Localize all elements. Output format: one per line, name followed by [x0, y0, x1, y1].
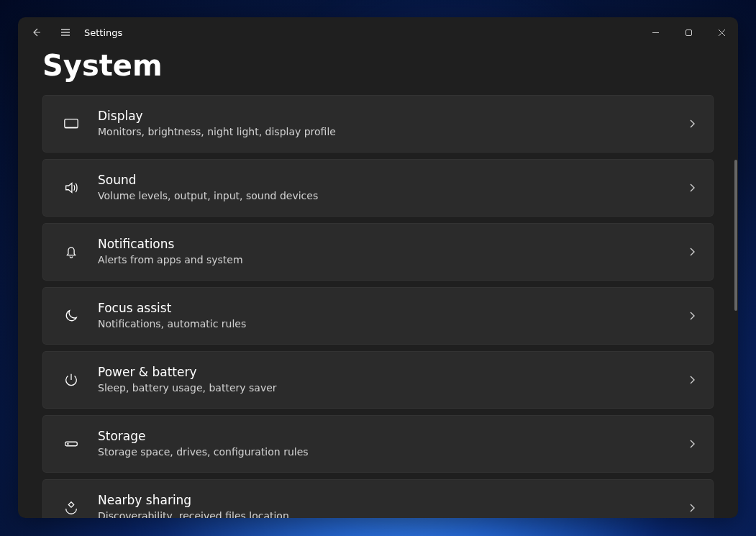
chevron-right-icon: [687, 119, 697, 129]
settings-item-focus-assist[interactable]: Focus assist Notifications, automatic ru…: [42, 287, 714, 345]
app-title: Settings: [84, 27, 122, 38]
page-header: System: [18, 47, 738, 95]
settings-item-title: Notifications: [98, 237, 687, 252]
settings-item-subtitle: Notifications, automatic rules: [98, 317, 687, 331]
settings-item-subtitle: Monitors, brightness, night light, displ…: [98, 125, 687, 139]
scrollbar-thumb[interactable]: [734, 160, 737, 311]
settings-item-display[interactable]: Display Monitors, brightness, night ligh…: [42, 95, 714, 153]
chevron-right-icon: [687, 311, 697, 321]
display-icon: [59, 116, 83, 132]
chevron-right-icon: [687, 375, 697, 385]
settings-item-notifications[interactable]: Notifications Alerts from apps and syste…: [42, 223, 714, 281]
settings-item-subtitle: Alerts from apps and system: [98, 253, 687, 267]
settings-item-subtitle: Volume levels, output, input, sound devi…: [98, 189, 687, 203]
bell-icon: [59, 244, 83, 260]
chevron-right-icon: [687, 503, 697, 513]
settings-item-title: Nearby sharing: [98, 493, 687, 508]
svg-rect-0: [686, 29, 691, 35]
settings-item-title: Sound: [98, 173, 687, 188]
chevron-right-icon: [687, 247, 697, 257]
svg-point-3: [68, 443, 68, 444]
minimize-button[interactable]: [639, 21, 672, 44]
settings-item-title: Power & battery: [98, 365, 687, 380]
power-icon: [59, 372, 83, 388]
settings-window: Settings System Display Monitor: [18, 17, 738, 518]
close-button[interactable]: [705, 21, 738, 44]
settings-item-subtitle: Discoverability, received files location: [98, 509, 687, 518]
settings-item-title: Focus assist: [98, 301, 687, 316]
chevron-right-icon: [687, 183, 697, 193]
svg-rect-2: [65, 442, 78, 446]
nav-menu-button[interactable]: [51, 18, 80, 47]
settings-item-nearby-sharing[interactable]: Nearby sharing Discoverability, received…: [42, 479, 714, 518]
sound-icon: [59, 180, 83, 196]
settings-item-subtitle: Storage space, drives, configuration rul…: [98, 445, 687, 459]
moon-icon: [59, 308, 83, 324]
settings-list: Display Monitors, brightness, night ligh…: [18, 95, 738, 518]
settings-item-subtitle: Sleep, battery usage, battery saver: [98, 381, 687, 395]
settings-item-storage[interactable]: Storage Storage space, drives, configura…: [42, 415, 714, 473]
chevron-right-icon: [687, 439, 697, 449]
settings-item-sound[interactable]: Sound Volume levels, output, input, soun…: [42, 159, 714, 217]
page-title: System: [42, 49, 714, 82]
svg-rect-1: [65, 119, 78, 128]
nearby-icon: [59, 500, 83, 516]
settings-item-title: Display: [98, 109, 687, 124]
maximize-button[interactable]: [672, 21, 705, 44]
settings-item-title: Storage: [98, 429, 687, 444]
back-button[interactable]: [22, 18, 51, 47]
settings-item-power-battery[interactable]: Power & battery Sleep, battery usage, ba…: [42, 351, 714, 409]
titlebar: Settings: [18, 17, 738, 47]
storage-icon: [59, 436, 83, 452]
